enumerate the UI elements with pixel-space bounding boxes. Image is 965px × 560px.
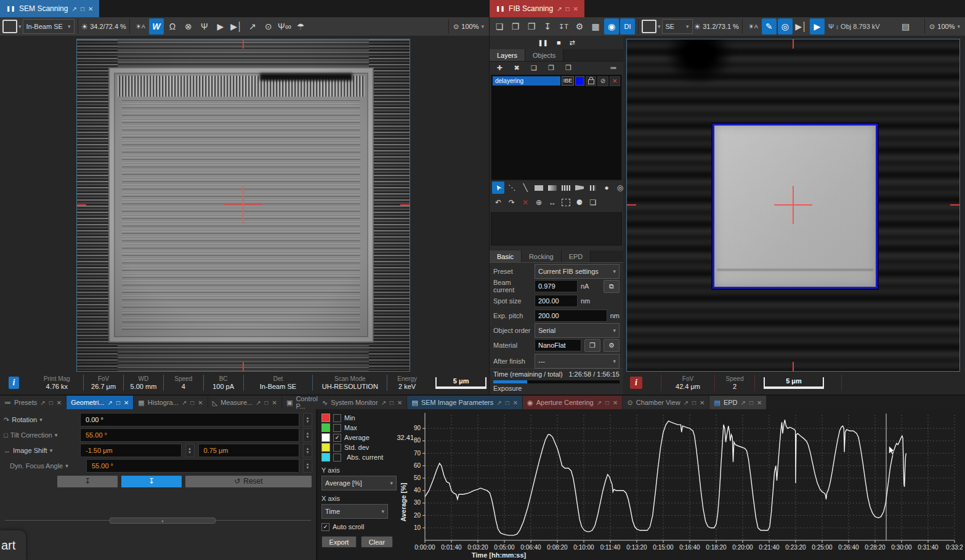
fib-scan-area-button[interactable] (642, 20, 656, 33)
layer-checklist-button[interactable]: ≔ (606, 60, 621, 76)
apply-beam-button[interactable]: ↧ (121, 475, 182, 488)
single-scan-button[interactable]: ▶│ (794, 18, 809, 34)
fib-image-viewport[interactable] (626, 39, 960, 372)
apply-stage-button[interactable]: ↧ (57, 475, 118, 488)
distance-tool[interactable]: ↔ (546, 196, 559, 209)
exp-pitch-input[interactable]: 200.00 (535, 310, 607, 322)
striped-rectangle-tool[interactable] (560, 182, 572, 194)
rectangle-tool[interactable] (533, 182, 545, 194)
flatten-layers-button[interactable]: ❒ (561, 60, 576, 76)
detector-infinity-button[interactable]: Ψ∞ (277, 18, 292, 34)
line-tool[interactable]: ╲ (519, 182, 531, 194)
beam-current-picker-button[interactable]: ⧉ (604, 280, 620, 293)
tab-measurement[interactable]: ◺ Measure... ↗□✕ (208, 396, 281, 409)
material-browse-button[interactable]: ❐ (584, 339, 600, 352)
layer-color-swatch[interactable] (575, 76, 584, 86)
circle-tool[interactable]: ● (600, 182, 613, 194)
grid-toggle-button[interactable]: ▦ (588, 18, 603, 34)
play-button[interactable]: ▶ (213, 18, 228, 34)
float-icon[interactable]: ↗ (71, 6, 76, 12)
merge-layers-button[interactable]: ❏ (527, 60, 541, 76)
float-icon[interactable]: ↗ (557, 6, 562, 12)
sem-image-viewport[interactable] (76, 39, 410, 372)
fib-detector-select[interactable]: SE▾ (662, 19, 693, 34)
horizontal-splitter[interactable]: ▾ (5, 520, 311, 521)
aperture-auto-button[interactable]: ◎ (778, 18, 793, 34)
stop-button[interactable]: ■ (557, 39, 561, 46)
gradient-rectangle-tool[interactable] (546, 182, 559, 194)
delete-layer-button[interactable]: ✖ (509, 60, 524, 76)
auto-signal-button[interactable]: ☀A (133, 18, 148, 34)
close-icon[interactable]: ✕ (573, 6, 578, 12)
drawn-image-button[interactable]: DI (620, 18, 635, 34)
sem-brightness-contrast[interactable]: ☀ 34.2/72.4 % (81, 22, 126, 31)
fib-objective-readout[interactable]: Ψ ↕ Obj 8.793 kV (828, 23, 880, 30)
close-icon[interactable]: ✕ (88, 6, 93, 12)
wedge-tool[interactable] (573, 182, 586, 194)
layer-row[interactable]: delayering IBE ⊘ ✕ (493, 76, 620, 86)
stddev-checkbox[interactable] (333, 444, 341, 452)
tab-aperture-centering[interactable]: ◉ Aperture Centering ↗□✕ (523, 396, 622, 409)
image-shift-y-stepper[interactable]: ▲▼ (303, 444, 312, 457)
import-template-button[interactable]: ↧T (556, 18, 571, 34)
sem-panel-tab[interactable]: ❚❚ SEM Scanning ↗ □ ✕ (0, 0, 99, 17)
rotation-input[interactable]: 0.00 ° (80, 413, 299, 426)
material-input[interactable]: NanoFlat (535, 339, 581, 351)
material-settings-button[interactable]: ⚙ (604, 339, 620, 352)
blank-beam-button[interactable]: ⊗ (181, 18, 196, 34)
add-layer-button[interactable]: ✚ (492, 60, 507, 76)
tab-objects[interactable]: Objects (525, 49, 563, 61)
tab-system-monitor[interactable]: ∿ System Monitor ↗□✕ (318, 396, 406, 409)
image-shift-x-input[interactable]: -1.50 μm (80, 444, 182, 457)
single-scan-button[interactable]: ▶│ (229, 18, 244, 34)
chevron-down-icon[interactable]: ▾ (18, 23, 22, 30)
object-order-select[interactable]: Serial▾ (535, 323, 620, 338)
select-tool[interactable]: ➤ (492, 182, 504, 194)
tab-geometry[interactable]: Geometri... ↗□✕ (67, 396, 133, 409)
group-layers-button[interactable]: ❐ (544, 60, 559, 76)
abs-current-checkbox[interactable] (333, 454, 341, 462)
detector-off-button[interactable]: Ψ (197, 18, 212, 34)
fib-zoom-control[interactable]: ⊙ 100% ▾ (923, 19, 963, 34)
import-button[interactable]: ↧ (540, 18, 555, 34)
new-file-button[interactable]: ❏ (492, 18, 507, 34)
fib-panel-tab[interactable]: ❚❚ FIB Scanning ↗ □ ✕ (490, 0, 584, 17)
layer-lock-button[interactable] (586, 76, 596, 86)
undo-button[interactable]: ↶ (492, 196, 504, 209)
tilt-correction-stepper[interactable]: ▲▼ (303, 428, 312, 442)
drift-correction-button[interactable]: ☂ (293, 18, 308, 34)
scan-mode-button[interactable]: W (149, 18, 164, 34)
points-tool[interactable]: ⋱ (506, 182, 518, 194)
snapshot-button[interactable]: ⊙ (261, 18, 276, 34)
beam-current-input[interactable]: 0.979 (535, 280, 578, 292)
sem-info-icon[interactable]: i (9, 377, 19, 389)
y-axis-select[interactable]: Average [%]▾ (321, 476, 397, 490)
maximize-icon[interactable]: □ (81, 6, 84, 12)
after-finish-select[interactable]: ---▾ (535, 354, 620, 369)
fib-info-icon[interactable]: i (630, 377, 642, 389)
annulus-tool[interactable]: ◎ (614, 182, 626, 194)
marquee-select-tool[interactable] (560, 196, 572, 209)
export-image-button[interactable]: ↗ (245, 18, 260, 34)
layer-visibility-button[interactable]: ⊘ (597, 76, 608, 86)
layer-name[interactable]: delayering (493, 76, 560, 86)
dyn-focus-angle-stepper[interactable]: ▲▼ (303, 459, 312, 473)
tab-epd[interactable]: ▤ EPD ↗□✕ (709, 396, 766, 409)
image-shift-x-stepper[interactable]: ▲▼ (185, 444, 195, 457)
tab-basic[interactable]: Basic (490, 250, 522, 262)
save-button[interactable]: ▤ (898, 18, 913, 34)
image-shift-y-input[interactable]: 0.75 μm (198, 444, 300, 457)
chevron-down-icon[interactable]: ▾ (658, 23, 661, 30)
reset-button[interactable]: ↺Reset (185, 475, 312, 488)
tab-sem-image-parameters[interactable]: ▤ SEM Image Parameters ↗□✕ (407, 396, 522, 409)
play-button[interactable]: ▶ (810, 18, 825, 34)
tab-layers[interactable]: Layers (490, 49, 525, 61)
delete-object-button[interactable]: ✕ (519, 196, 531, 209)
epd-chart[interactable]: 1020304050607080900:00:000:01:400:03:200… (397, 411, 965, 560)
auto-signal-button[interactable]: ☀A (746, 18, 761, 34)
fib-brightness-contrast[interactable]: ☀ 31.2/73.1 % (694, 22, 739, 31)
x-axis-select[interactable]: Time▾ (321, 504, 388, 519)
rotation-stepper[interactable]: ▲▼ (303, 413, 312, 426)
tab-rocking[interactable]: Rocking (522, 250, 562, 262)
spot-size-input[interactable]: 200.00 (535, 295, 578, 307)
